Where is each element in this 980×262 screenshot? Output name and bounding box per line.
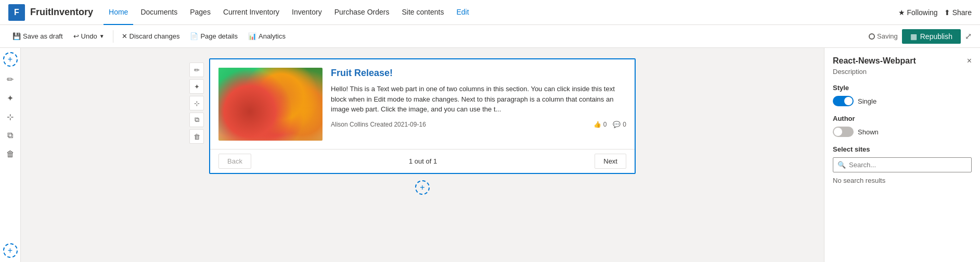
panel-close-button[interactable]: ×	[967, 56, 972, 66]
page-indicator: 1 out of 1	[409, 157, 437, 165]
save-draft-label: Save as draft	[23, 32, 63, 40]
add-section-bottom[interactable]: +	[3, 243, 18, 258]
share-button[interactable]: ⬆ Share	[944, 8, 972, 17]
panel-description: Description	[833, 68, 972, 76]
analytics-icon: 📊	[248, 32, 256, 40]
comments-count: 0	[623, 121, 626, 128]
panel-title: React-News-Webpart	[833, 56, 916, 66]
main-area: + ✏ ✦ ⊹ ⧉ 🗑 + ✏ ✦ ⊹ ⧉ 🗑	[0, 48, 980, 262]
save-draft-button[interactable]: 💾 Save as draft	[8, 30, 67, 42]
share-label: Share	[952, 8, 972, 17]
site-title: FruitInventory	[30, 7, 93, 18]
select-sites-section: Select sites 🔍 No search results	[833, 145, 972, 184]
like-button[interactable]: 👍 0	[594, 121, 607, 128]
add-section-top[interactable]: +	[3, 52, 18, 67]
saving-status: Saving	[869, 32, 898, 40]
author-toggle-row: Shown	[833, 127, 972, 137]
author-toggle[interactable]	[833, 127, 854, 137]
nav-site-contents[interactable]: Site contents	[396, 0, 449, 25]
republish-label: Republish	[920, 32, 952, 41]
search-box: 🔍	[833, 157, 972, 172]
next-button[interactable]: Next	[595, 154, 626, 169]
toolbar: 💾 Save as draft ↩ Undo ▼ ✕ Discard chang…	[0, 25, 980, 48]
star-icon: ★	[898, 8, 905, 17]
reorder-button[interactable]: ⊹	[189, 96, 204, 110]
style-section-title: Style	[833, 84, 972, 92]
page-details-button[interactable]: 📄 Page details	[186, 30, 242, 42]
author-toggle-label: Shown	[858, 128, 879, 136]
style-section: Style Single	[833, 84, 972, 106]
news-date-value: 2021-09-16	[394, 121, 425, 128]
republish-icon: ▦	[910, 32, 917, 41]
comment-button[interactable]: 💬 0	[613, 121, 626, 128]
top-nav: F FruitInventory Home Documents Pages Cu…	[0, 0, 980, 25]
undo-label: Undo	[81, 32, 97, 40]
nav-edit[interactable]: Edit	[451, 0, 474, 25]
likes-count: 0	[603, 121, 607, 128]
author-section: Author Shown	[833, 115, 972, 137]
following-label: Following	[907, 8, 938, 17]
style-toggle-label: Single	[858, 97, 876, 105]
search-icon: 🔍	[837, 161, 846, 169]
delete-icon[interactable]: 🗑	[2, 146, 19, 163]
page-details-icon: 📄	[190, 32, 198, 40]
search-input[interactable]	[849, 161, 967, 169]
delete-button[interactable]: 🗑	[189, 129, 204, 144]
edit-pencil-button[interactable]: ✏	[189, 63, 204, 77]
discard-label: Discard changes	[130, 32, 180, 40]
share-icon: ⬆	[944, 8, 950, 17]
news-meta: Alison Collins Created 2021-09-16 👍 0	[331, 121, 626, 128]
add-section-middle[interactable]: +	[415, 180, 430, 195]
undo-dropdown-icon[interactable]: ▼	[99, 33, 105, 39]
comment-icon: 💬	[613, 121, 621, 128]
left-sidebar: + ✏ ✦ ⊹ ⧉ 🗑 +	[0, 48, 21, 262]
news-image	[218, 68, 323, 141]
back-button[interactable]: Back	[218, 154, 251, 169]
duplicate-button[interactable]: ⧉	[189, 113, 204, 127]
nav-inventory[interactable]: Inventory	[287, 0, 327, 25]
republish-button[interactable]: ▦ Republish	[902, 29, 961, 44]
news-author: Alison Collins	[331, 121, 368, 128]
edit-icon[interactable]: ✏	[2, 71, 19, 88]
style-toggle-row: Single	[833, 96, 972, 106]
news-created-prefix: Created	[370, 121, 392, 128]
analytics-label: Analytics	[259, 32, 286, 40]
toolbar-divider-1	[113, 30, 113, 43]
move-arrows-button[interactable]: ✦	[189, 79, 204, 94]
content-section: Fruit Release! Hello! This is a Text web…	[209, 58, 636, 174]
like-icon: 👍	[594, 121, 601, 128]
app-icon: F	[8, 4, 25, 21]
nav-home[interactable]: Home	[104, 0, 133, 25]
move-icon[interactable]: ✦	[2, 90, 19, 106]
nav-right: ★ Following ⬆ Share	[898, 8, 972, 17]
page-content: ✏ ✦ ⊹ ⧉ 🗑 Fruit Release! Hello! This is …	[21, 48, 824, 262]
style-toggle-knob	[844, 97, 853, 105]
saving-label: Saving	[877, 32, 898, 40]
analytics-button[interactable]: 📊 Analytics	[244, 30, 290, 42]
drag-icon[interactable]: ⊹	[2, 108, 19, 125]
no-results-text: No search results	[833, 177, 972, 184]
fruit-image-placeholder	[218, 68, 323, 141]
news-card: Fruit Release! Hello! This is a Text web…	[210, 59, 635, 149]
saving-circle	[869, 33, 875, 40]
following-button[interactable]: ★ Following	[898, 8, 938, 17]
nav-links: Home Documents Pages Current Inventory I…	[104, 0, 898, 25]
discard-icon: ✕	[122, 32, 127, 40]
nav-pages[interactable]: Pages	[185, 0, 216, 25]
page-details-label: Page details	[200, 32, 238, 40]
news-content: Fruit Release! Hello! This is a Text web…	[331, 68, 626, 141]
select-sites-title: Select sites	[833, 145, 972, 153]
style-toggle[interactable]	[833, 96, 854, 106]
nav-purchase-orders[interactable]: Purchase Orders	[329, 0, 395, 25]
discard-button[interactable]: ✕ Discard changes	[118, 30, 184, 42]
news-actions: 👍 0 💬 0	[594, 121, 626, 128]
undo-button[interactable]: ↩ Undo ▼	[69, 30, 109, 42]
nav-current-inventory[interactable]: Current Inventory	[218, 0, 285, 25]
copy-icon[interactable]: ⧉	[2, 127, 19, 144]
news-body: Hello! This is a Text web part in one of…	[331, 84, 626, 115]
expand-icon[interactable]: ⤢	[965, 31, 972, 41]
nav-documents[interactable]: Documents	[135, 0, 183, 25]
card-nav: Back 1 out of 1 Next	[210, 149, 635, 173]
edit-controls: ✏ ✦ ⊹ ⧉ 🗑	[189, 63, 204, 144]
toolbar-right: Saving ▦ Republish ⤢	[869, 29, 972, 44]
